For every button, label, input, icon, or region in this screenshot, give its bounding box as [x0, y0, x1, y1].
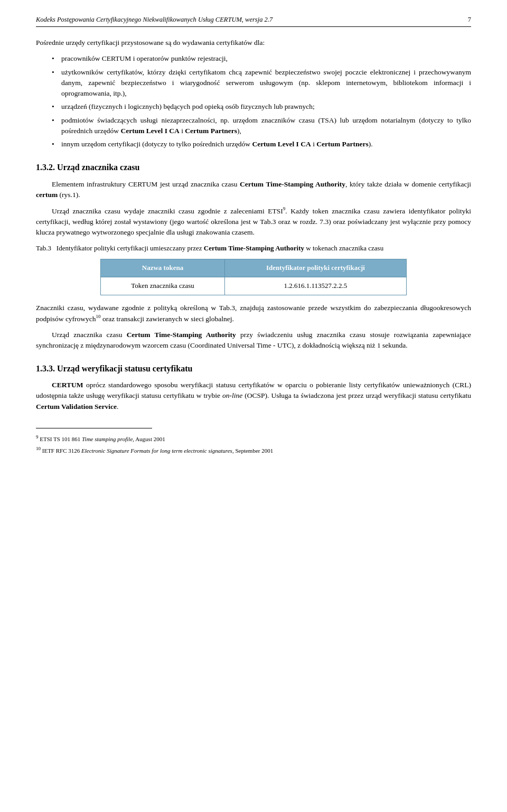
section-132-heading: 1.3.2. Urząd znacznika czasu: [36, 161, 471, 173]
bullet-list: pracowników CERTUM i operatorów punktów …: [52, 53, 471, 150]
intro-paragraph: Pośrednie urzędy certyfikacji przystosow…: [36, 38, 471, 48]
page-header: Kodeks Postępowania Certyfikacyjnego Nie…: [36, 15, 471, 27]
table-row: Token znacznika czasu 1.2.616.1.113527.2…: [101, 277, 407, 295]
list-item: urządzeń (fizycznych i logicznych) będąc…: [52, 101, 471, 112]
page: Kodeks Postępowania Certyfikacyjnego Nie…: [0, 0, 507, 812]
section-133-para1: CERTUM oprócz standardowego sposobu wery…: [36, 380, 471, 412]
list-item: innym urzędom certyfikacji (dotyczy to t…: [52, 139, 471, 150]
section-133-heading: 1.3.3. Urząd weryfikacji statusu certyfi…: [36, 362, 471, 375]
table-caption: Tab.3 Identyfikator polityki certyfikacj…: [36, 243, 471, 254]
list-item: pracowników CERTUM i operatorów punktów …: [52, 53, 471, 64]
table-cell-token-name: Token znacznika czasu: [101, 277, 225, 295]
list-item: użytkowników certyfikatów, którzy dzięki…: [52, 67, 471, 99]
table-col1-header: Nazwa tokena: [101, 259, 225, 277]
section-132-para3: Znaczniki czasu, wydawane zgodnie z poli…: [36, 303, 471, 324]
section-132-para1: Elementem infrastruktury CERTUM jest urz…: [36, 179, 471, 201]
table-cell-policy-id: 1.2.616.1.113527.2.2.5: [224, 277, 406, 295]
list-item: podmiotów świadczących usługi niezaprzec…: [52, 115, 471, 137]
footnote-10: 10 IETF RFC 3126 Electronic Signature Fo…: [36, 445, 471, 455]
cert-table: Nazwa tokena Identyfikator polityki cert…: [100, 259, 407, 295]
header-title: Kodeks Postępowania Certyfikacyjnego Nie…: [36, 15, 273, 24]
header-page-number: 7: [468, 15, 471, 24]
table-col2-header: Identyfikator polityki certyfikacji: [224, 259, 406, 277]
footnote-divider: [36, 428, 152, 432]
footnote-9: 9 ETSI TS 101 861 Time stamping profile,…: [36, 434, 471, 443]
section-132-para2: Urząd znacznika czasu wydaje znaczniki c…: [36, 206, 471, 238]
section-132-para4: Urząd znacznika czasu Certum Time-Stampi…: [36, 330, 471, 351]
